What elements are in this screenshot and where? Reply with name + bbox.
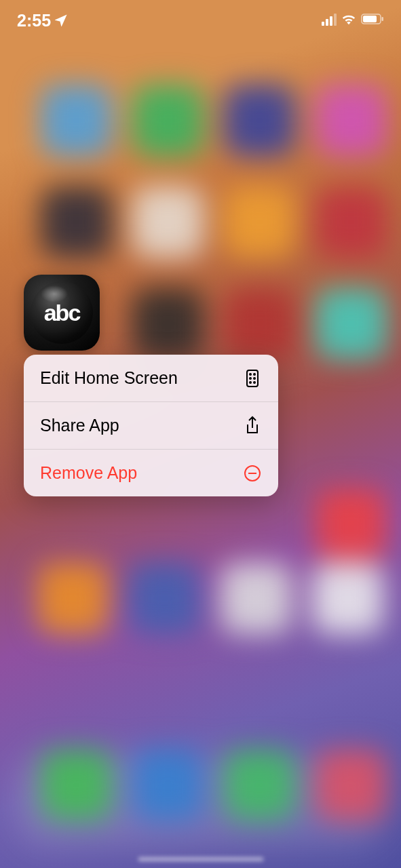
svg-point-6 — [250, 378, 251, 379]
location-icon — [55, 11, 67, 31]
svg-rect-2 — [382, 17, 384, 21]
cellular-signal-icon — [322, 15, 337, 26]
status-time: 2:55 — [17, 11, 51, 31]
svg-point-9 — [254, 382, 255, 383]
menu-item-label: Remove App — [40, 463, 137, 483]
svg-point-7 — [254, 378, 255, 379]
svg-point-8 — [250, 382, 251, 383]
menu-item-label: Share App — [40, 416, 119, 435]
battery-icon — [361, 14, 384, 27]
phone-grid-icon — [243, 369, 262, 388]
share-icon — [243, 416, 262, 435]
wifi-icon — [341, 13, 356, 28]
context-menu: Edit Home Screen Share App Remove App — [24, 355, 278, 496]
menu-item-edit-home-screen[interactable]: Edit Home Screen — [24, 355, 278, 402]
status-bar: 2:55 — [0, 0, 401, 34]
status-bar-right — [322, 13, 384, 28]
menu-item-remove-app[interactable]: Remove App — [24, 450, 278, 496]
abc-logo-circle: abc — [31, 281, 93, 344]
svg-point-4 — [250, 374, 251, 375]
svg-rect-1 — [363, 16, 377, 22]
svg-rect-3 — [247, 370, 258, 387]
home-indicator[interactable] — [138, 857, 263, 861]
status-bar-left: 2:55 — [17, 11, 67, 31]
minus-circle-icon — [243, 464, 262, 483]
menu-item-share-app[interactable]: Share App — [24, 402, 278, 450]
svg-point-5 — [254, 374, 255, 375]
abc-logo-text: abc — [44, 300, 80, 326]
app-icon-abc[interactable]: abc — [24, 275, 100, 351]
menu-item-label: Edit Home Screen — [40, 368, 178, 388]
